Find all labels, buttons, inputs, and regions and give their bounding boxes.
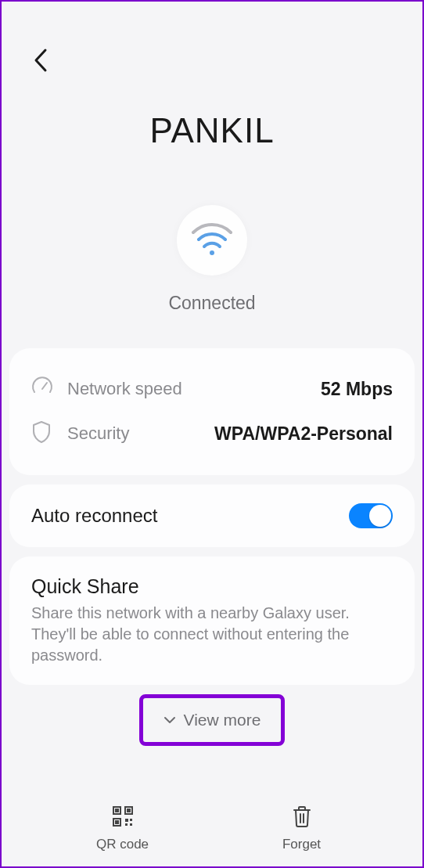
quick-share-description: Share this network with a nearby Galaxy … xyxy=(31,603,393,666)
network-speed-row: Network speed 52 Mbps xyxy=(31,367,393,411)
svg-rect-3 xyxy=(116,809,118,812)
quick-share-card[interactable]: Quick Share Share this network with a ne… xyxy=(9,556,415,685)
wifi-icon xyxy=(190,223,234,258)
security-value: WPA/WPA2-Personal xyxy=(214,423,393,445)
security-row: Security WPA/WPA2-Personal xyxy=(31,411,393,456)
qr-code-button[interactable]: QR code xyxy=(76,802,170,852)
speed-label: Network speed xyxy=(67,379,321,399)
network-info-card: Network speed 52 Mbps Security WPA/WPA2-… xyxy=(9,348,415,475)
trash-icon xyxy=(292,802,312,830)
shield-icon xyxy=(31,420,58,447)
speed-value: 52 Mbps xyxy=(321,379,393,400)
forget-button[interactable]: Forget xyxy=(255,802,349,852)
qr-code-icon xyxy=(111,802,135,830)
view-more-label: View more xyxy=(184,711,261,729)
auto-reconnect-toggle[interactable] xyxy=(349,503,393,528)
gauge-icon xyxy=(31,376,58,402)
wifi-status-icon-wrap xyxy=(177,205,247,276)
svg-rect-10 xyxy=(125,823,128,826)
back-button[interactable] xyxy=(25,45,56,76)
qr-code-label: QR code xyxy=(96,837,149,852)
svg-rect-8 xyxy=(125,819,128,822)
auto-reconnect-card[interactable]: Auto reconnect xyxy=(9,484,415,547)
toggle-knob xyxy=(369,505,391,527)
security-label: Security xyxy=(67,423,214,444)
view-more-button[interactable]: View more xyxy=(139,694,285,746)
quick-share-title: Quick Share xyxy=(31,575,393,598)
bottom-action-bar: QR code Forget xyxy=(2,802,422,852)
svg-rect-5 xyxy=(128,809,130,812)
svg-rect-11 xyxy=(130,823,132,826)
auto-reconnect-label: Auto reconnect xyxy=(31,505,157,527)
svg-line-1 xyxy=(42,383,47,389)
svg-rect-9 xyxy=(130,819,132,821)
svg-rect-7 xyxy=(116,821,118,823)
chevron-left-icon xyxy=(33,48,49,73)
chevron-down-icon xyxy=(163,713,176,727)
network-name: PANKIL xyxy=(2,111,422,150)
svg-point-0 xyxy=(210,250,214,255)
connection-status: Connected xyxy=(2,293,422,314)
forget-label: Forget xyxy=(282,837,321,852)
